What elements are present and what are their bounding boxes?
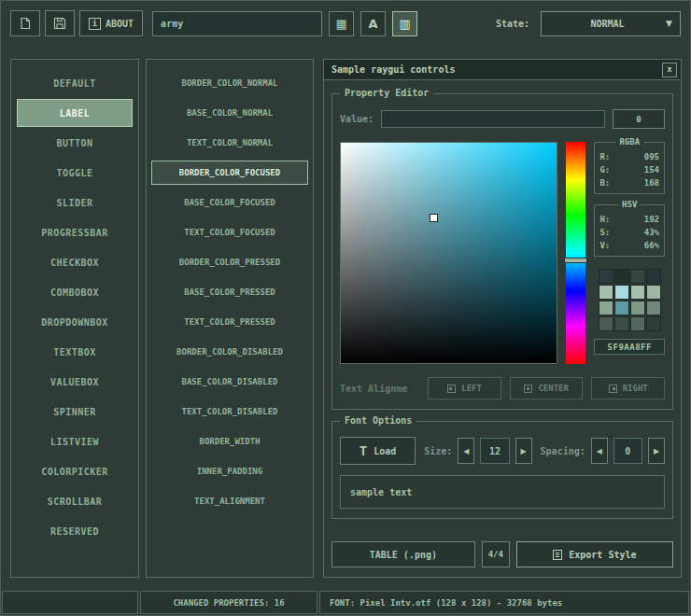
color-swatch[interactable] xyxy=(599,316,613,331)
control-slider[interactable]: SLIDER xyxy=(17,189,133,217)
align-left-label: LEFT xyxy=(461,384,482,393)
spacing-value[interactable]: 0 xyxy=(613,438,642,464)
property-base-color-normal[interactable]: BASE_COLOR_NORMAL xyxy=(151,101,308,125)
file-icon xyxy=(19,17,32,30)
sv-marker[interactable] xyxy=(430,215,437,221)
color-swatch[interactable] xyxy=(614,301,629,315)
property-base-color-pressed[interactable]: BASE_COLOR_PRESSED xyxy=(151,280,308,304)
color-swatch[interactable] xyxy=(646,301,661,315)
color-picker: RGBA R: 095 G: 154 B: 168 xyxy=(340,142,665,364)
hsv-v-row: V: 66% xyxy=(599,239,659,252)
control-button[interactable]: BUTTON xyxy=(17,129,133,157)
control-dropdownbox[interactable]: DROPDOWNBOX xyxy=(17,308,133,336)
hex-value-box[interactable]: 5F9AA8FF xyxy=(594,339,665,355)
value-button[interactable]: 0 xyxy=(613,109,665,129)
control-colorpicker[interactable]: COLORPICKER xyxy=(17,457,133,485)
align-center-button[interactable]: CENTER xyxy=(510,377,584,399)
color-swatch[interactable] xyxy=(599,269,613,284)
font-view-button[interactable]: A xyxy=(360,11,386,36)
size-value[interactable]: 12 xyxy=(480,438,509,464)
control-scrollbar[interactable]: SCROLLBAR xyxy=(17,487,133,515)
size-increase-button[interactable]: ▶ xyxy=(515,438,532,464)
property-base-color-focused[interactable]: BASE_COLOR_FOCUSED xyxy=(151,190,308,215)
style-name-input[interactable] xyxy=(152,11,322,36)
export-table-button[interactable]: TABLE (.png) xyxy=(331,541,475,567)
export-format-counter[interactable]: 4/4 xyxy=(482,541,510,567)
control-textbox[interactable]: TEXTBOX xyxy=(17,338,133,366)
color-swatch[interactable] xyxy=(614,285,629,300)
grid-view-button[interactable]: ▦ xyxy=(329,11,354,36)
color-swatch[interactable] xyxy=(646,269,661,284)
color-swatch[interactable] xyxy=(646,285,661,300)
control-checkbox[interactable]: CHECKBOX xyxy=(17,248,133,276)
color-swatch[interactable] xyxy=(630,316,645,331)
text-alignment-row: Text Alignme LEFT CENTER RIGHT xyxy=(340,377,665,399)
table-view-button[interactable]: ▥ xyxy=(392,11,417,36)
property-border-width[interactable]: BORDER_WIDTH xyxy=(151,429,308,454)
color-swatch[interactable] xyxy=(630,269,645,284)
value-input[interactable] xyxy=(381,110,605,128)
about-button[interactable]: i ABOUT xyxy=(79,10,143,36)
property-inner-padding[interactable]: INNER_PADDING xyxy=(151,459,308,483)
property-text-color-normal[interactable]: TEXT_COLOR_NORMAL xyxy=(151,131,308,155)
font-sample-textbox[interactable]: sample text xyxy=(340,475,665,509)
property-text-color-pressed[interactable]: TEXT_COLOR_PRESSED xyxy=(151,310,308,334)
property-text-alignment[interactable]: TEXT_ALIGNMENT xyxy=(151,489,308,513)
export-icon xyxy=(553,550,562,560)
color-swatch[interactable] xyxy=(630,285,645,300)
control-valuebox[interactable]: VALUEBOX xyxy=(17,368,133,396)
align-right-button[interactable]: RIGHT xyxy=(591,377,665,399)
font-load-label: Load xyxy=(374,446,396,456)
controls-list: DEFAULTLABELBUTTONTOGGLESLIDERPROGRESSBA… xyxy=(10,59,139,578)
rguistyler-window: i ABOUT ▦ A ▥ State: NORMAL ▼ DEFAULTLAB… xyxy=(0,0,691,616)
spacing-increase-button[interactable]: ▶ xyxy=(648,438,665,464)
font-load-button[interactable]: T Load xyxy=(340,437,416,465)
color-swatch[interactable] xyxy=(599,285,613,300)
hsv-title: HSV xyxy=(618,200,641,209)
b-value: 168 xyxy=(644,176,659,189)
control-toggle[interactable]: TOGGLE xyxy=(17,159,133,187)
spacing-label: Spacing: xyxy=(541,446,585,456)
close-button[interactable]: x xyxy=(662,63,677,77)
color-swatch[interactable] xyxy=(614,269,629,284)
hue-bar[interactable] xyxy=(566,142,586,364)
control-default[interactable]: DEFAULT xyxy=(17,69,133,97)
property-text-color-disabled[interactable]: TEXT_COLOR_DISABLED xyxy=(151,399,308,424)
color-swatch[interactable] xyxy=(599,301,613,315)
status-empty-cell xyxy=(2,591,138,614)
property-text-color-focused[interactable]: TEXT_COLOR_FOCUSED xyxy=(151,220,308,245)
font-options-group: Font Options T Load Size: ◀ 12 ▶ Spacing… xyxy=(331,421,673,519)
status-bar: CHANGED PROPERTIES: 16 FONT: Pixel Intv.… xyxy=(2,591,689,614)
new-style-button[interactable] xyxy=(10,10,40,36)
control-label[interactable]: LABEL xyxy=(17,99,133,127)
s-value: 43% xyxy=(644,226,659,239)
property-border-color-focused[interactable]: BORDER_COLOR_FOCUSED xyxy=(151,161,308,185)
spacing-decrease-button[interactable]: ◀ xyxy=(591,438,608,464)
align-left-icon xyxy=(447,385,456,393)
grid-icon: ▦ xyxy=(335,18,346,30)
hue-slider[interactable] xyxy=(564,258,588,263)
save-style-button[interactable] xyxy=(45,10,75,36)
control-combobox[interactable]: COMBOBOX xyxy=(17,278,133,306)
export-style-button[interactable]: Export Style xyxy=(516,541,673,567)
size-decrease-button[interactable]: ◀ xyxy=(458,438,474,464)
property-base-color-disabled[interactable]: BASE_COLOR_DISABLED xyxy=(151,370,308,394)
sv-square[interactable] xyxy=(340,142,557,364)
color-swatch[interactable] xyxy=(646,316,661,331)
control-listview[interactable]: LISTVIEW xyxy=(17,427,133,455)
align-left-button[interactable]: LEFT xyxy=(428,377,501,399)
property-border-color-disabled[interactable]: BORDER_COLOR_DISABLED xyxy=(151,340,308,364)
control-reserved[interactable]: RESERVED xyxy=(17,517,133,545)
size-label: Size: xyxy=(424,446,452,456)
color-swatch[interactable] xyxy=(630,301,645,315)
property-border-color-pressed[interactable]: BORDER_COLOR_PRESSED xyxy=(151,250,308,274)
state-dropdown[interactable]: NORMAL ▼ xyxy=(541,11,681,36)
v-value: 66% xyxy=(644,239,659,252)
control-progressbar[interactable]: PROGRESSBAR xyxy=(17,218,133,246)
sample-controls-window: Sample raygui controls x Property Editor… xyxy=(323,59,682,578)
control-spinner[interactable]: SPINNER xyxy=(17,398,133,426)
color-swatch[interactable] xyxy=(614,316,629,331)
state-label: State: xyxy=(496,19,529,29)
rgba-group: RGBA R: 095 G: 154 B: 168 xyxy=(594,142,665,194)
property-border-color-normal[interactable]: BORDER_COLOR_NORMAL xyxy=(151,71,308,95)
